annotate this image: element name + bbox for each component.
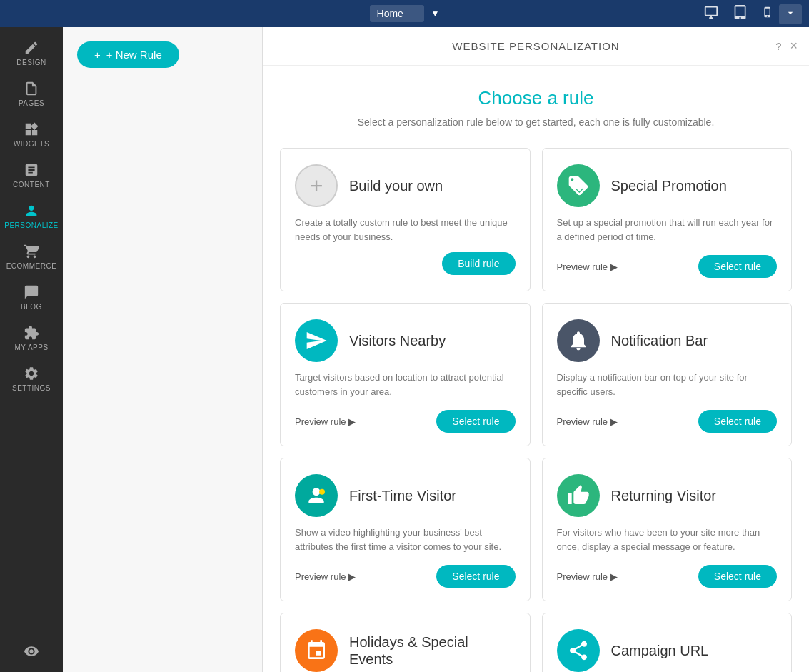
- top-bar: Home ▼: [0, 0, 809, 27]
- rule-card-holidays: Holidays & Special Events Display specia…: [280, 613, 531, 672]
- sidebar-item-preview[interactable]: [0, 636, 63, 666]
- rules-grid: + Build your own Create a totally custom…: [280, 148, 792, 672]
- preview-rule-link-returning[interactable]: Preview rule ▶: [557, 571, 618, 582]
- desktop-icon[interactable]: [703, 4, 719, 24]
- choose-rule-content: Choose a rule Select a personalization r…: [263, 66, 809, 672]
- rule-card-header-returning: Returning Visitor: [557, 474, 778, 517]
- rule-desc-build: Create a totally custom rule to best mee…: [295, 216, 516, 244]
- choose-rule-subtitle: Select a personalization rule below to g…: [280, 116, 792, 128]
- select-rule-button-promotion[interactable]: Select rule: [698, 255, 777, 278]
- rule-icon-promotion: [557, 164, 600, 207]
- rule-name-nearby: Visitors Nearby: [349, 332, 446, 349]
- rule-desc-notification: Display a notification bar on top of you…: [557, 371, 778, 398]
- help-button[interactable]: ?: [775, 40, 781, 52]
- rule-icon-returning: [557, 474, 600, 517]
- rule-icon-firsttime: [295, 474, 338, 517]
- select-rule-button-nearby[interactable]: Select rule: [436, 410, 515, 433]
- rule-icon-build: +: [295, 164, 338, 207]
- rule-name-returning: Returning Visitor: [611, 487, 716, 504]
- rule-card-campaign-url: Campaign URL Configure a specific URL to…: [542, 613, 793, 672]
- panel-title: WEBSITE PERSONALIZATION: [452, 40, 619, 52]
- sidebar-label-personalize: PERSONALIZE: [4, 221, 59, 229]
- sidebar-item-widgets[interactable]: WIDGETS: [0, 114, 63, 155]
- rule-card-header-notification: Notification Bar: [557, 319, 778, 362]
- sidebar-item-blog[interactable]: BLOG: [0, 277, 63, 318]
- close-button[interactable]: ×: [790, 39, 798, 54]
- new-rule-label: + New Rule: [106, 49, 162, 61]
- mobile-icon[interactable]: [762, 6, 773, 21]
- sidebar-label-settings: SETTINGS: [12, 384, 51, 392]
- main-layout: DESIGN PAGES WIDGETS CONTENT PERSONALIZE…: [0, 27, 809, 672]
- preview-rule-link-firsttime[interactable]: Preview rule ▶: [295, 571, 356, 582]
- rule-card-header-promotion: Special Promotion: [557, 164, 778, 207]
- rule-name-campaign: Campaign URL: [611, 642, 709, 659]
- preview-rule-link-notification[interactable]: Preview rule ▶: [557, 416, 618, 427]
- rule-name-holidays: Holidays & Special Events: [349, 633, 516, 668]
- build-rule-button[interactable]: Build rule: [442, 252, 515, 275]
- rule-icon-nearby: [295, 319, 338, 362]
- rule-desc-promotion: Set up a special promotion that will run…: [557, 216, 778, 244]
- rule-name-promotion: Special Promotion: [611, 177, 727, 194]
- sidebar-label-widgets: WIDGETS: [14, 140, 49, 148]
- left-panel: + + New Rule: [63, 27, 263, 672]
- panel-header: WEBSITE PERSONALIZATION ? ×: [263, 27, 809, 66]
- rule-card-notification-bar: Notification Bar Display a notification …: [542, 303, 793, 446]
- rule-card-returning-visitor: Returning Visitor For visitors who have …: [542, 458, 793, 601]
- sidebar-label-blog: BLOG: [21, 303, 42, 311]
- sidebar-item-personalize[interactable]: PERSONALIZE: [0, 196, 63, 236]
- sidebar-item-content[interactable]: CONTENT: [0, 155, 63, 196]
- rule-name-firsttime: First-Time Visitor: [349, 487, 456, 504]
- top-bar-expand-button[interactable]: [779, 4, 802, 24]
- sidebar-label-design: DESIGN: [16, 59, 46, 66]
- sidebar-label-content: CONTENT: [13, 181, 50, 189]
- rule-desc-firsttime: Show a video highlighting your business'…: [295, 526, 516, 553]
- new-rule-plus: +: [94, 49, 101, 61]
- content-area: + + New Rule WEBSITE PERSONALIZATION ? ×…: [63, 27, 809, 672]
- sidebar-bottom: [0, 636, 63, 672]
- rule-actions-returning: Preview rule ▶ Select rule: [557, 565, 778, 588]
- rule-actions-notification: Preview rule ▶ Select rule: [557, 410, 778, 433]
- preview-rule-link-nearby[interactable]: Preview rule ▶: [295, 416, 356, 427]
- rule-desc-returning: For visitors who have been to your site …: [557, 526, 778, 553]
- sidebar-item-ecommerce[interactable]: ECOMMERCE: [0, 236, 63, 277]
- rule-card-build-own: + Build your own Create a totally custom…: [280, 148, 531, 291]
- rule-icon-notification: [557, 319, 600, 362]
- rule-actions-promotion: Preview rule ▶ Select rule: [557, 255, 778, 278]
- select-rule-button-notification[interactable]: Select rule: [698, 410, 777, 433]
- sidebar-item-settings[interactable]: SETTINGS: [0, 358, 63, 399]
- rule-card-first-time-visitor: First-Time Visitor Show a video highligh…: [280, 458, 531, 601]
- sidebar-item-my-apps[interactable]: MY APPS: [0, 318, 63, 358]
- rule-icon-campaign: [557, 629, 600, 672]
- sidebar-label-pages: PAGES: [19, 99, 44, 107]
- rule-icon-holidays: [295, 629, 338, 672]
- panel-close-area: ? ×: [775, 39, 798, 54]
- preview-rule-link-promotion[interactable]: Preview rule ▶: [557, 261, 618, 272]
- select-rule-button-returning[interactable]: Select rule: [698, 565, 777, 588]
- rule-actions-nearby: Preview rule ▶ Select rule: [295, 410, 516, 433]
- rule-card-header-build: + Build your own: [295, 164, 516, 207]
- sidebar-item-design[interactable]: DESIGN: [0, 33, 63, 74]
- rule-card-header-nearby: Visitors Nearby: [295, 319, 516, 362]
- rule-card-visitors-nearby: Visitors Nearby Target visitors based on…: [280, 303, 531, 446]
- rule-card-special-promotion: Special Promotion Set up a special promo…: [542, 148, 793, 291]
- rule-card-header-holidays: Holidays & Special Events: [295, 629, 516, 672]
- rule-actions-firsttime: Preview rule ▶ Select rule: [295, 565, 516, 588]
- sidebar-item-pages[interactable]: PAGES: [0, 74, 63, 114]
- svg-point-0: [319, 489, 325, 495]
- select-rule-button-firsttime[interactable]: Select rule: [436, 565, 515, 588]
- top-bar-icons: [703, 4, 773, 24]
- right-panel: WEBSITE PERSONALIZATION ? × Choose a rul…: [263, 27, 809, 672]
- rule-card-header-firsttime: First-Time Visitor: [295, 474, 516, 517]
- rule-name-notification: Notification Bar: [611, 332, 708, 349]
- new-rule-button[interactable]: + + New Rule: [77, 41, 179, 68]
- sidebar-label-my-apps: MY APPS: [14, 343, 48, 351]
- tablet-icon[interactable]: [733, 5, 748, 23]
- page-select[interactable]: Home: [370, 5, 424, 22]
- sidebar: DESIGN PAGES WIDGETS CONTENT PERSONALIZE…: [0, 27, 63, 672]
- choose-rule-title: Choose a rule: [280, 87, 792, 109]
- rule-card-header-campaign: Campaign URL: [557, 629, 778, 672]
- rule-desc-nearby: Target visitors based on location to att…: [295, 371, 516, 398]
- sidebar-label-ecommerce: ECOMMERCE: [6, 262, 57, 270]
- rule-name-build: Build your own: [349, 177, 443, 194]
